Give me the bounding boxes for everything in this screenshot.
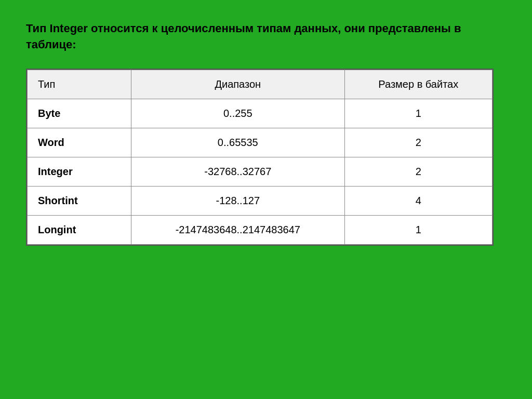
col-header-size: Размер в байтах: [344, 70, 492, 99]
cell-size: 1: [344, 215, 492, 244]
table-row: Word0..655352: [28, 128, 493, 157]
table-header-row: Тип Диапазон Размер в байтах: [28, 70, 493, 99]
cell-range: 0..255: [131, 99, 345, 128]
table-wrapper: Тип Диапазон Размер в байтах Byte0..2551…: [26, 69, 494, 246]
col-header-type: Тип: [28, 70, 131, 99]
cell-type: Longint: [28, 215, 131, 244]
cell-size: 1: [344, 99, 492, 128]
page-container: Тип Integer относится к целочисленным ти…: [0, 0, 532, 399]
cell-size: 2: [344, 128, 492, 157]
cell-size: 2: [344, 157, 492, 186]
cell-type: Shortint: [28, 186, 131, 215]
cell-type: Word: [28, 128, 131, 157]
cell-range: 0..65535: [131, 128, 345, 157]
cell-size: 4: [344, 186, 492, 215]
cell-range: -128..127: [131, 186, 345, 215]
table-row: Integer-32768..327672: [28, 157, 493, 186]
table-row: Longint-2147483648..21474836471: [28, 215, 493, 244]
intro-text: Тип Integer относится к целочисленным ти…: [26, 21, 506, 53]
table-row: Shortint-128..1274: [28, 186, 493, 215]
col-header-range: Диапазон: [131, 70, 345, 99]
cell-type: Byte: [28, 99, 131, 128]
table-row: Byte0..2551: [28, 99, 493, 128]
cell-type: Integer: [28, 157, 131, 186]
cell-range: -32768..32767: [131, 157, 345, 186]
data-table: Тип Диапазон Размер в байтах Byte0..2551…: [27, 70, 493, 245]
cell-range: -2147483648..2147483647: [131, 215, 345, 244]
